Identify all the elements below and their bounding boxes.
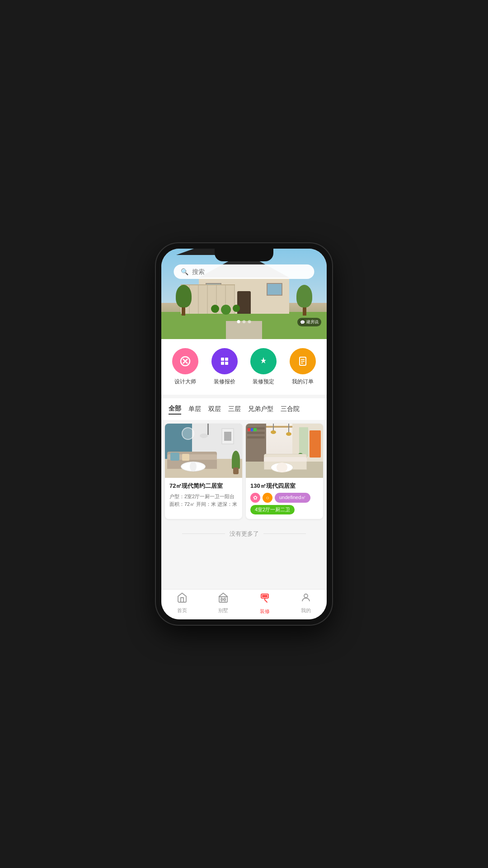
wechat-icon: 💬 [300,320,305,325]
booking-icon-circle [250,348,277,374]
nav-item-villa[interactable]: 别墅 [203,592,244,615]
tag-dot-pink: ✿ [250,493,260,503]
quote-label: 装修报价 [214,378,235,386]
notch [215,249,273,261]
dot-3[interactable] [248,320,251,323]
svg-rect-6 [225,362,228,365]
card-info-2: 130㎡现代四居室 ✿ ○ undefined㎡ 4室2厅一厨二卫 [246,478,323,519]
house-group [181,253,307,314]
design-icon [179,355,192,368]
phone-frame: 🔍 💬 建房说 [156,243,332,625]
tag-layout: 4室2厅一厨二卫 [250,505,295,514]
card-image-1 [165,424,242,478]
tag-dot-orange: ○ [263,493,272,503]
menu-section: 设计大师 装修报价 [161,339,327,395]
svg-marker-7 [261,357,266,363]
driveway [226,321,262,339]
orders-icon [296,355,309,368]
tree-right [296,285,314,316]
property-card-1[interactable]: 72㎡现代简约二居室 户型：2室2厅一厨一卫一阳台 面积：72㎡ 开间：米 进深… [165,424,242,519]
search-icon: 🔍 [181,268,188,275]
filter-tab-brothers[interactable]: 兄弟户型 [248,404,273,414]
filter-tab-single[interactable]: 单层 [188,404,201,414]
villa-label: 别墅 [218,607,228,614]
property-card-2[interactable]: 130㎡现代四居室 ✿ ○ undefined㎡ 4室2厅一厨二卫 [246,424,323,519]
svg-point-21 [304,594,308,598]
svg-line-20 [265,600,267,602]
card-image-2 [246,424,323,478]
quote-icon-circle [211,348,238,374]
svg-rect-4 [225,358,228,361]
dot-2[interactable] [243,320,246,323]
menu-item-quote[interactable]: 装修报价 [211,348,238,386]
card-tags-2: ✿ ○ undefined㎡ 4室2厅一厨二卫 [250,493,319,514]
menu-item-orders[interactable]: 我的订单 [290,348,316,386]
svg-rect-18 [262,595,267,597]
phone-screen: 🔍 💬 建房说 [161,249,327,619]
no-more: 没有更多了 [161,523,327,545]
scroll-area: 🔍 💬 建房说 [161,249,327,589]
svg-rect-3 [221,358,224,361]
menu-item-booking[interactable]: 装修预定 [250,348,277,386]
search-input[interactable] [192,268,307,275]
bottom-nav: 首页 别墅 [161,589,327,619]
booking-label: 装修预定 [253,378,274,386]
card-title-2: 130㎡现代四居室 [250,482,319,490]
design-label: 设计大师 [174,378,196,386]
nav-item-profile[interactable]: 我的 [286,592,327,615]
wechat-text: 建房说 [306,319,319,325]
window2 [267,283,282,296]
cards-section: 72㎡现代简约二居室 户型：2室2厅一厨一卫一阳台 面积：72㎡ 开间：米 进深… [161,420,327,523]
design-icon-circle [172,348,198,374]
orders-icon-circle [290,348,316,374]
card-info-1: 72㎡现代简约二居室 户型：2室2厅一厨一卫一阳台 面积：72㎡ 开间：米 进深… [165,478,242,513]
wechat-badge: 💬 建房说 [297,318,321,326]
filter-tab-double[interactable]: 双层 [208,404,221,414]
home-icon [177,592,188,606]
nav-item-renovation[interactable]: 装修 [244,592,286,615]
search-bar[interactable]: 🔍 [174,264,314,279]
shrubs [211,305,240,315]
renovation-label: 装修 [260,608,270,615]
card-title-1: 72㎡现代简约二居室 [169,482,238,490]
filter-tab-triple[interactable]: 三层 [228,404,241,414]
svg-rect-5 [221,362,224,365]
villa-icon [218,592,229,606]
profile-icon [300,592,311,606]
tag-undefined: undefined㎡ [275,493,310,503]
orders-label: 我的订单 [292,378,314,386]
svg-rect-12 [219,597,227,602]
divider-line: 没有更多了 [169,530,319,538]
search-bar-container: 🔍 [174,264,314,279]
filter-section: 全部 单层 双层 三层 兄弟户型 三合院 [161,398,327,420]
renovation-icon [259,592,271,607]
card-subtitle-1: 户型：2室2厅一厨一卫一阳台 面积：72㎡ 开间：米 进深：米 [169,493,238,509]
hero-banner: 🔍 💬 建房说 [161,249,327,339]
nav-item-home[interactable]: 首页 [161,592,203,615]
menu-item-design[interactable]: 设计大师 [172,348,198,386]
dot-1[interactable] [237,320,240,323]
booking-icon [257,355,270,368]
home-label: 首页 [177,607,187,614]
tree-left [174,285,192,316]
filter-tab-courtyard[interactable]: 三合院 [281,404,300,414]
empty-space [161,545,327,589]
banner-dots [237,320,251,323]
quote-icon [218,355,231,368]
filter-tab-all[interactable]: 全部 [169,404,181,415]
profile-label: 我的 [301,607,311,614]
no-more-text: 没有更多了 [230,530,259,538]
